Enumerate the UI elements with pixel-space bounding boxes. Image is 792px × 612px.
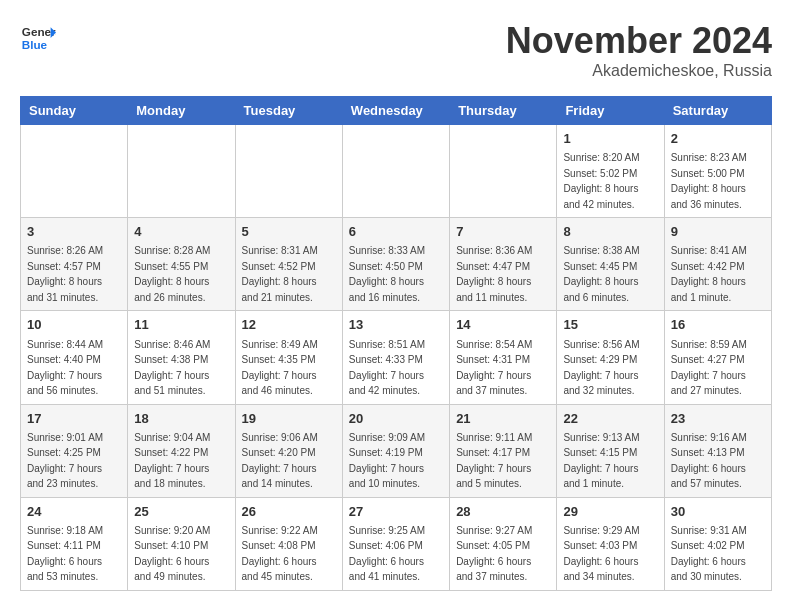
day-info: Sunrise: 9:25 AM Sunset: 4:06 PM Dayligh… <box>349 525 425 583</box>
day-info: Sunrise: 9:31 AM Sunset: 4:02 PM Dayligh… <box>671 525 747 583</box>
calendar-cell: 19Sunrise: 9:06 AM Sunset: 4:20 PM Dayli… <box>235 404 342 497</box>
day-info: Sunrise: 9:11 AM Sunset: 4:17 PM Dayligh… <box>456 432 532 490</box>
logo: General Blue <box>20 20 56 56</box>
day-info: Sunrise: 9:01 AM Sunset: 4:25 PM Dayligh… <box>27 432 103 490</box>
calendar-cell: 9Sunrise: 8:41 AM Sunset: 4:42 PM Daylig… <box>664 218 771 311</box>
day-number: 30 <box>671 503 765 521</box>
month-title: November 2024 <box>506 20 772 62</box>
day-number: 14 <box>456 316 550 334</box>
day-number: 17 <box>27 410 121 428</box>
day-info: Sunrise: 8:44 AM Sunset: 4:40 PM Dayligh… <box>27 339 103 397</box>
day-number: 24 <box>27 503 121 521</box>
day-number: 25 <box>134 503 228 521</box>
calendar-cell: 10Sunrise: 8:44 AM Sunset: 4:40 PM Dayli… <box>21 311 128 404</box>
day-number: 19 <box>242 410 336 428</box>
day-info: Sunrise: 8:51 AM Sunset: 4:33 PM Dayligh… <box>349 339 425 397</box>
calendar-cell: 18Sunrise: 9:04 AM Sunset: 4:22 PM Dayli… <box>128 404 235 497</box>
day-number: 12 <box>242 316 336 334</box>
calendar-cell: 16Sunrise: 8:59 AM Sunset: 4:27 PM Dayli… <box>664 311 771 404</box>
calendar-cell: 17Sunrise: 9:01 AM Sunset: 4:25 PM Dayli… <box>21 404 128 497</box>
day-info: Sunrise: 9:27 AM Sunset: 4:05 PM Dayligh… <box>456 525 532 583</box>
calendar-cell <box>235 125 342 218</box>
day-info: Sunrise: 8:23 AM Sunset: 5:00 PM Dayligh… <box>671 152 747 210</box>
calendar-cell: 25Sunrise: 9:20 AM Sunset: 4:10 PM Dayli… <box>128 497 235 590</box>
day-info: Sunrise: 8:31 AM Sunset: 4:52 PM Dayligh… <box>242 245 318 303</box>
day-info: Sunrise: 9:13 AM Sunset: 4:15 PM Dayligh… <box>563 432 639 490</box>
calendar-cell: 3Sunrise: 8:26 AM Sunset: 4:57 PM Daylig… <box>21 218 128 311</box>
day-number: 13 <box>349 316 443 334</box>
col-header-monday: Monday <box>128 97 235 125</box>
col-header-saturday: Saturday <box>664 97 771 125</box>
day-info: Sunrise: 9:09 AM Sunset: 4:19 PM Dayligh… <box>349 432 425 490</box>
day-info: Sunrise: 8:33 AM Sunset: 4:50 PM Dayligh… <box>349 245 425 303</box>
day-info: Sunrise: 9:04 AM Sunset: 4:22 PM Dayligh… <box>134 432 210 490</box>
calendar-cell: 22Sunrise: 9:13 AM Sunset: 4:15 PM Dayli… <box>557 404 664 497</box>
calendar-cell: 24Sunrise: 9:18 AM Sunset: 4:11 PM Dayli… <box>21 497 128 590</box>
day-number: 11 <box>134 316 228 334</box>
day-number: 3 <box>27 223 121 241</box>
day-number: 18 <box>134 410 228 428</box>
svg-text:Blue: Blue <box>22 38 48 51</box>
calendar-week-2: 3Sunrise: 8:26 AM Sunset: 4:57 PM Daylig… <box>21 218 772 311</box>
calendar-cell <box>342 125 449 218</box>
col-header-wednesday: Wednesday <box>342 97 449 125</box>
day-info: Sunrise: 8:56 AM Sunset: 4:29 PM Dayligh… <box>563 339 639 397</box>
day-number: 2 <box>671 130 765 148</box>
calendar-week-3: 10Sunrise: 8:44 AM Sunset: 4:40 PM Dayli… <box>21 311 772 404</box>
day-number: 22 <box>563 410 657 428</box>
day-number: 15 <box>563 316 657 334</box>
day-info: Sunrise: 8:41 AM Sunset: 4:42 PM Dayligh… <box>671 245 747 303</box>
calendar-cell: 21Sunrise: 9:11 AM Sunset: 4:17 PM Dayli… <box>450 404 557 497</box>
day-number: 26 <box>242 503 336 521</box>
calendar-cell: 2Sunrise: 8:23 AM Sunset: 5:00 PM Daylig… <box>664 125 771 218</box>
day-info: Sunrise: 8:49 AM Sunset: 4:35 PM Dayligh… <box>242 339 318 397</box>
day-info: Sunrise: 9:16 AM Sunset: 4:13 PM Dayligh… <box>671 432 747 490</box>
calendar-cell: 1Sunrise: 8:20 AM Sunset: 5:02 PM Daylig… <box>557 125 664 218</box>
calendar-cell <box>128 125 235 218</box>
calendar-cell: 11Sunrise: 8:46 AM Sunset: 4:38 PM Dayli… <box>128 311 235 404</box>
calendar-cell: 4Sunrise: 8:28 AM Sunset: 4:55 PM Daylig… <box>128 218 235 311</box>
calendar-cell: 12Sunrise: 8:49 AM Sunset: 4:35 PM Dayli… <box>235 311 342 404</box>
day-info: Sunrise: 9:18 AM Sunset: 4:11 PM Dayligh… <box>27 525 103 583</box>
day-number: 6 <box>349 223 443 241</box>
calendar-cell: 13Sunrise: 8:51 AM Sunset: 4:33 PM Dayli… <box>342 311 449 404</box>
calendar-cell: 15Sunrise: 8:56 AM Sunset: 4:29 PM Dayli… <box>557 311 664 404</box>
calendar-cell: 7Sunrise: 8:36 AM Sunset: 4:47 PM Daylig… <box>450 218 557 311</box>
day-info: Sunrise: 9:22 AM Sunset: 4:08 PM Dayligh… <box>242 525 318 583</box>
day-info: Sunrise: 8:28 AM Sunset: 4:55 PM Dayligh… <box>134 245 210 303</box>
day-number: 7 <box>456 223 550 241</box>
day-info: Sunrise: 8:26 AM Sunset: 4:57 PM Dayligh… <box>27 245 103 303</box>
day-number: 21 <box>456 410 550 428</box>
calendar-cell: 27Sunrise: 9:25 AM Sunset: 4:06 PM Dayli… <box>342 497 449 590</box>
calendar-cell: 14Sunrise: 8:54 AM Sunset: 4:31 PM Dayli… <box>450 311 557 404</box>
logo-icon: General Blue <box>20 20 56 56</box>
calendar-cell: 30Sunrise: 9:31 AM Sunset: 4:02 PM Dayli… <box>664 497 771 590</box>
day-number: 5 <box>242 223 336 241</box>
day-info: Sunrise: 8:36 AM Sunset: 4:47 PM Dayligh… <box>456 245 532 303</box>
col-header-sunday: Sunday <box>21 97 128 125</box>
day-info: Sunrise: 8:38 AM Sunset: 4:45 PM Dayligh… <box>563 245 639 303</box>
day-number: 8 <box>563 223 657 241</box>
calendar-week-5: 24Sunrise: 9:18 AM Sunset: 4:11 PM Dayli… <box>21 497 772 590</box>
day-info: Sunrise: 8:20 AM Sunset: 5:02 PM Dayligh… <box>563 152 639 210</box>
day-info: Sunrise: 9:20 AM Sunset: 4:10 PM Dayligh… <box>134 525 210 583</box>
calendar-table: SundayMondayTuesdayWednesdayThursdayFrid… <box>20 96 772 591</box>
location: Akademicheskoe, Russia <box>506 62 772 80</box>
calendar-cell: 23Sunrise: 9:16 AM Sunset: 4:13 PM Dayli… <box>664 404 771 497</box>
calendar-cell <box>450 125 557 218</box>
day-info: Sunrise: 8:59 AM Sunset: 4:27 PM Dayligh… <box>671 339 747 397</box>
col-header-tuesday: Tuesday <box>235 97 342 125</box>
day-number: 1 <box>563 130 657 148</box>
day-info: Sunrise: 8:46 AM Sunset: 4:38 PM Dayligh… <box>134 339 210 397</box>
calendar-cell: 8Sunrise: 8:38 AM Sunset: 4:45 PM Daylig… <box>557 218 664 311</box>
calendar-cell: 29Sunrise: 9:29 AM Sunset: 4:03 PM Dayli… <box>557 497 664 590</box>
calendar-cell: 20Sunrise: 9:09 AM Sunset: 4:19 PM Dayli… <box>342 404 449 497</box>
day-number: 27 <box>349 503 443 521</box>
page-header: General Blue November 2024 Akademichesko… <box>20 20 772 80</box>
calendar-cell: 26Sunrise: 9:22 AM Sunset: 4:08 PM Dayli… <box>235 497 342 590</box>
calendar-week-4: 17Sunrise: 9:01 AM Sunset: 4:25 PM Dayli… <box>21 404 772 497</box>
calendar-cell <box>21 125 128 218</box>
day-number: 20 <box>349 410 443 428</box>
day-number: 10 <box>27 316 121 334</box>
day-number: 4 <box>134 223 228 241</box>
